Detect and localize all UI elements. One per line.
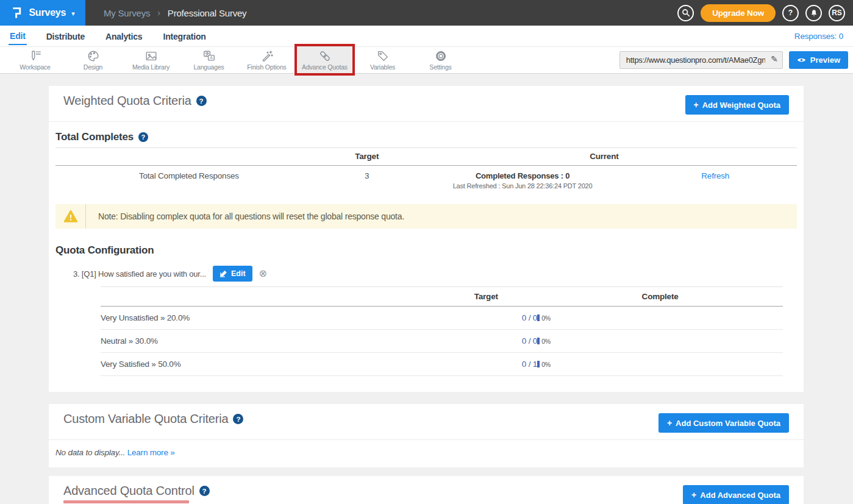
total-completes-title-text: Total Completes [55, 131, 134, 143]
toolbar-item-label: Workspace [20, 63, 51, 71]
toolbar-item-label: Finish Options [247, 63, 286, 71]
toolbar-item-variables[interactable]: Variables [354, 47, 412, 73]
custom-variable-quota-title: Custom Variable Quota Criteria ? [63, 412, 243, 426]
tab-analytics[interactable]: Analytics [104, 28, 143, 44]
quota-row-label: Very Satisfied » 50.0% [101, 353, 435, 376]
search-button[interactable] [677, 5, 694, 21]
question-mark-icon: ? [788, 9, 793, 17]
preview-label: Preview [810, 55, 840, 65]
tab-integration[interactable]: Integration [162, 28, 207, 44]
avatar-initials: RS [832, 9, 842, 17]
target-value: 3 [323, 166, 412, 200]
table-row: Total Completed Responses 3 Completed Re… [55, 166, 797, 200]
questionpro-logo-icon [10, 6, 23, 20]
completed-responses-value: Completed Responses : 0 [412, 171, 634, 180]
toolbar-item-advance-quotas[interactable]: Advance Quotas [296, 47, 354, 73]
eye-icon [797, 57, 806, 63]
survey-tab-bar: Edit Distribute Analytics Integration Re… [0, 26, 853, 47]
toolbar-item-media-library[interactable]: Media Library [122, 47, 180, 73]
toolbar-item-label: Variables [370, 63, 395, 71]
quota-question-row: 3. [Q1] How satisfied are you with our..… [73, 266, 797, 282]
topbar-actions: Upgrade Now ? RS [677, 0, 853, 26]
quota-question-label: 3. [Q1] How satisfied are you with our..… [73, 269, 206, 279]
upgrade-now-button[interactable]: Upgrade Now [701, 4, 776, 22]
weighted-quota-card: Weighted Quota Criteria ? + Add Weighted… [49, 86, 804, 392]
advanced-quota-title-text: Advanced Quota Control [63, 484, 195, 498]
edit-question-quota-button[interactable]: Edit [213, 266, 252, 282]
edit-button-label: Edit [231, 269, 246, 278]
bell-icon [810, 9, 818, 18]
progress-bar [537, 361, 540, 367]
toolbar-item-finish-options[interactable]: Finish Options [238, 47, 296, 73]
breadcrumb-my-surveys[interactable]: My Surveys [104, 8, 150, 18]
target-column-header: Target [323, 148, 412, 166]
plus-icon: + [694, 100, 699, 110]
quota-row-neutral: Neutral » 30.0% 0 / 0 0% [101, 330, 783, 353]
user-avatar[interactable]: RS [829, 5, 845, 21]
add-custom-variable-quota-button[interactable]: + Add Custom Variable Quota [658, 413, 789, 433]
add-advanced-quota-label: Add Advanced Quota [700, 491, 780, 500]
help-icon[interactable]: ? [196, 96, 207, 106]
quota-row-very-satisfied: Very Satisfied » 50.0% 0 / 1 0% [101, 353, 783, 376]
advance-quotas-page: Weighted Quota Criteria ? + Add Weighted… [0, 74, 853, 504]
survey-url-box: ✎ Preview [619, 47, 853, 73]
search-icon [682, 9, 690, 17]
product-menu-label: Surveys [29, 7, 66, 18]
quota-configuration-heading: Quota Configuration [55, 230, 797, 257]
design-palette-icon [87, 49, 100, 63]
quota-row-label: Neutral » 30.0% [101, 330, 435, 353]
advance-quotas-chain-icon [318, 49, 332, 63]
progress-bar [537, 314, 540, 321]
workspace-icon [29, 49, 42, 63]
weighted-quota-title: Weighted Quota Criteria ? [63, 94, 207, 108]
current-column-header: Current [412, 148, 797, 166]
complete-column-header: Complete [537, 287, 783, 307]
quota-note-text: Note: Disabling complex quota for all qu… [86, 204, 416, 229]
learn-more-link[interactable]: Learn more » [127, 448, 175, 457]
responses-count[interactable]: Responses: 0 [794, 32, 843, 41]
tab-distribute[interactable]: Distribute [45, 28, 86, 44]
variables-tag-icon [376, 49, 390, 63]
current-value-cell: Completed Responses : 0 Last Refreshed :… [412, 166, 634, 200]
quota-row-percent: 0% [541, 361, 551, 368]
remove-question-quota-icon[interactable]: ⊗ [259, 269, 267, 279]
toolbar-item-design[interactable]: Design [64, 47, 122, 73]
refresh-link[interactable]: Refresh [701, 171, 729, 180]
help-icon[interactable]: ? [199, 486, 210, 496]
quota-note-banner: Note: Disabling complex quota for all qu… [55, 204, 797, 229]
help-button[interactable]: ? [782, 5, 799, 21]
preview-button[interactable]: Preview [789, 51, 848, 69]
toolbar-item-languages[interactable]: A Languages [180, 47, 238, 73]
total-completes-table: Target Current Total Completed Responses… [55, 147, 797, 199]
tab-edit[interactable]: Edit [9, 27, 27, 45]
empty-header-cell [55, 148, 323, 166]
breadcrumb: My Surveys › Professional Survey [104, 0, 246, 26]
quota-row-percent: 0% [541, 338, 551, 345]
no-data-text: No data to display... [55, 448, 125, 457]
breadcrumb-separator: › [157, 8, 160, 18]
advanced-quota-title: Advanced Quota Control ? [63, 484, 210, 498]
settings-gear-icon [434, 49, 448, 63]
add-custom-variable-quota-label: Add Custom Variable Quota [676, 419, 780, 428]
quota-row-very-unsatisfied: Very Unsatisfied » 20.0% 0 / 0 0% [101, 307, 783, 330]
edit-toolbar: Workspace Design Media Library A Languag… [0, 47, 853, 74]
toolbar-item-workspace[interactable]: Workspace [6, 47, 64, 73]
languages-icon: A [202, 49, 216, 63]
help-icon[interactable]: ? [138, 132, 148, 142]
edit-url-pencil-icon[interactable]: ✎ [771, 54, 778, 64]
survey-url-input[interactable] [619, 51, 783, 69]
toolbar-item-label: Languages [193, 63, 224, 71]
quota-row-target: 0 / 0 [435, 330, 537, 353]
no-data-row: No data to display... Learn more » [49, 440, 804, 467]
progress-bar [537, 338, 540, 344]
annotation-underline [63, 500, 189, 503]
notifications-button[interactable] [805, 5, 822, 21]
quota-row-label: Very Unsatisfied » 20.0% [101, 307, 435, 330]
chevron-down-icon: ▾ [71, 10, 74, 18]
quota-configuration-table: Target Complete Very Unsatisfied » 20.0%… [101, 286, 783, 376]
toolbar-item-settings[interactable]: Settings [412, 47, 469, 73]
product-menu[interactable]: Surveys ▾ [0, 0, 85, 26]
help-icon[interactable]: ? [233, 414, 243, 424]
add-weighted-quota-button[interactable]: + Add Weighted Quota [685, 95, 790, 115]
add-advanced-quota-button[interactable]: + Add Advanced Quota [683, 485, 789, 504]
